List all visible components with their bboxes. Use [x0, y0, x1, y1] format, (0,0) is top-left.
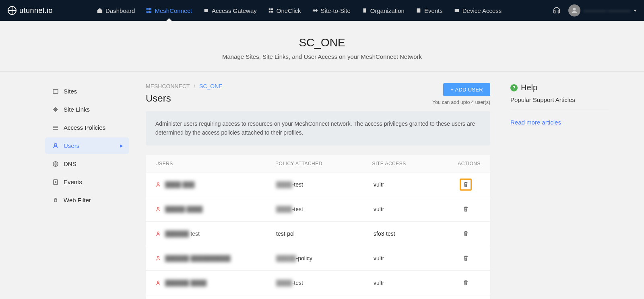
breadcrumb-sep: /	[194, 83, 195, 89]
actions-cell	[460, 228, 481, 240]
delete-button[interactable]	[460, 252, 472, 264]
svg-point-15	[54, 143, 57, 146]
policy-cell: test-pol	[276, 230, 374, 237]
nav-label: Dashboard	[105, 7, 135, 14]
actions-cell	[460, 179, 481, 191]
nav-device-access[interactable]: Device Access	[454, 1, 502, 21]
sidebar-item-users[interactable]: Users ▶	[45, 137, 129, 154]
caret-down-icon	[634, 10, 637, 12]
actions-cell	[460, 252, 481, 264]
content-area: Sites Site Links Access Policies Users ▶…	[8, 72, 636, 299]
site-cell: vultr	[374, 280, 460, 286]
svg-rect-1	[147, 8, 149, 10]
brand-logo[interactable]: utunnel.io	[7, 6, 53, 15]
breadcrumb-root[interactable]: MESHCONNECT	[146, 83, 190, 89]
nav-organization[interactable]: Organization	[362, 1, 405, 21]
page-header: SC_ONE Manage Sites, Site Links, and Use…	[0, 21, 644, 71]
nav-dashboard[interactable]: Dashboard	[97, 1, 135, 21]
sidebar-item-label: Sites	[64, 88, 77, 95]
site-cell: vultr	[374, 181, 460, 188]
sidebar-item-label: Web Filter	[64, 197, 91, 203]
sidebar-item-site-links[interactable]: Site Links	[45, 101, 129, 118]
section-title: Users	[146, 93, 223, 104]
svg-point-21	[157, 232, 159, 233]
user-name: █████ ████	[165, 206, 202, 212]
user-name: ██████ ████	[165, 280, 206, 286]
nav-label: MeshConnect	[155, 7, 192, 14]
actions-cell	[460, 277, 481, 289]
sidebar-item-web-filter[interactable]: Web Filter	[45, 192, 129, 208]
sidebar-item-events[interactable]: Events	[45, 174, 129, 190]
table-row: ██████ testtest-polsfo3-test	[146, 222, 490, 246]
nav-site-to-site[interactable]: Site-to-Site	[312, 1, 351, 21]
help-title-text: Help	[521, 83, 537, 92]
policy-cell: █████-policy	[276, 255, 374, 262]
sidebar-item-sites[interactable]: Sites	[45, 83, 129, 100]
sidebar-item-dns[interactable]: DNS	[45, 156, 129, 172]
svg-rect-9	[271, 11, 273, 12]
svg-point-19	[157, 183, 159, 184]
delete-button[interactable]	[460, 203, 472, 215]
col-users: USERS	[155, 161, 275, 166]
help-read-more-link[interactable]: Read more articles	[510, 119, 561, 126]
user-cell: ██████ ██████████	[155, 255, 276, 262]
web-filter-icon	[52, 197, 59, 203]
help-icon: ?	[510, 84, 518, 91]
site-cell: vultr	[374, 255, 460, 262]
events-side-icon	[52, 179, 59, 185]
svg-rect-17	[54, 180, 58, 185]
add-user-button[interactable]: + ADD USER	[443, 83, 490, 96]
help-subtitle: Popular Support Articles	[510, 96, 609, 110]
sidebar-item-label: Users	[64, 142, 79, 149]
policy-cell: ████-test	[276, 181, 374, 188]
col-actions: ACTIONS	[458, 161, 481, 166]
svg-rect-6	[269, 8, 270, 10]
users-table: USERS POLICY ATTACHED SITE ACCESS ACTION…	[146, 155, 490, 299]
delete-button[interactable]	[460, 228, 472, 240]
table-row: █████ ████████-testvultr	[146, 197, 490, 222]
delete-button[interactable]	[460, 179, 472, 191]
dns-icon	[52, 161, 59, 167]
help-title: ? Help	[510, 83, 609, 92]
svg-rect-5	[204, 9, 208, 12]
sidebar-item-label: DNS	[64, 160, 76, 167]
nav-label: Events	[424, 7, 443, 14]
sidebar-item-access-policies[interactable]: Access Policies	[45, 119, 129, 136]
table-row: ██████ ████████-testvultr	[146, 271, 490, 295]
main-panel: MESHCONNECT / SC_ONE Users + ADD USER Yo…	[133, 83, 503, 299]
delete-button[interactable]	[460, 277, 472, 289]
user-menu[interactable]: ———— ————	[568, 4, 637, 17]
svg-rect-10	[363, 8, 366, 13]
user-icon	[155, 182, 161, 187]
sidebar-item-label: Access Policies	[64, 124, 105, 131]
user-icon	[155, 206, 161, 212]
svg-rect-14	[53, 89, 58, 93]
svg-rect-18	[54, 200, 57, 202]
nav-oneclick[interactable]: OneClick	[268, 1, 301, 21]
site-cell: vultr	[374, 206, 460, 212]
events-icon	[416, 8, 421, 13]
col-policy: POLICY ATTACHED	[275, 161, 372, 166]
top-nav: utunnel.io Dashboard MeshConnect Access …	[0, 0, 644, 21]
svg-rect-3	[147, 11, 149, 13]
mesh-icon	[146, 8, 152, 13]
page-subtitle: Manage Sites, Site Links, and User Acces…	[0, 53, 644, 60]
oneclick-icon	[268, 8, 274, 13]
nav-meshconnect[interactable]: MeshConnect	[146, 1, 192, 21]
table-row: ████ ███████-testvultr	[146, 172, 490, 197]
nav-access-gateway[interactable]: Access Gateway	[203, 1, 257, 21]
logo-icon	[7, 6, 17, 15]
nav-events[interactable]: Events	[416, 1, 443, 21]
quota-text: You can add upto 4 user(s)	[432, 100, 490, 105]
help-panel: ? Help Popular Support Articles Read mor…	[503, 83, 616, 299]
site-cell: sfo3-test	[374, 230, 460, 237]
sites-icon	[52, 88, 59, 95]
sidebar: Sites Site Links Access Policies Users ▶…	[8, 83, 133, 299]
svg-rect-12	[454, 9, 459, 12]
user-cell: ██████ test	[155, 230, 276, 237]
svg-point-22	[157, 256, 159, 258]
svg-rect-11	[417, 8, 421, 13]
support-icon[interactable]	[552, 6, 561, 15]
brand-text: utunnel.io	[19, 6, 53, 15]
table-header: USERS POLICY ATTACHED SITE ACCESS ACTION…	[146, 155, 490, 172]
